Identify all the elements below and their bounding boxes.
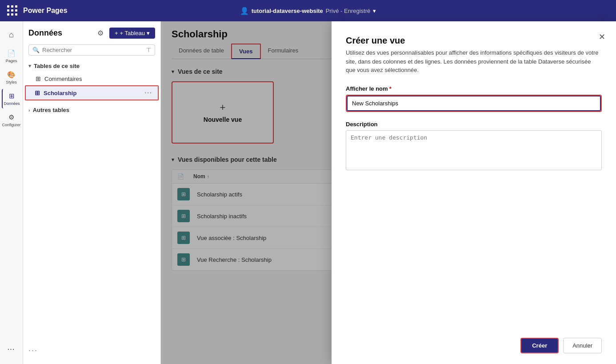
left-panel-title: Données — [28, 28, 62, 38]
annuler-button[interactable]: Annuler — [563, 338, 602, 353]
header-actions: ⚙ + + Tableau ▾ — [94, 27, 155, 39]
left-panel-bottom: ··· — [23, 342, 160, 359]
site-name: tutorial-dataverse-website — [252, 8, 323, 14]
section-tables-site[interactable]: ▾ Tables de ce site — [23, 60, 160, 72]
plus-icon: + — [115, 30, 118, 36]
dropdown-icon[interactable]: ▾ — [373, 8, 376, 14]
modal-overlay: ✕ Créer une vue Utilisez des vues person… — [161, 21, 616, 364]
scholarship-more-button[interactable]: ··· — [144, 89, 152, 96]
description-textarea[interactable] — [346, 130, 602, 170]
nav-item-commentaires[interactable]: ⊞ Commentaires — [23, 72, 160, 85]
required-star: * — [389, 85, 392, 92]
donnees-label: Données — [4, 101, 20, 106]
modal-description: Utilisez des vues personnalisables pour … — [346, 48, 602, 75]
main-content: Scholarship Données de table Vues Formul… — [161, 21, 616, 364]
search-icon: 🔍 — [32, 47, 40, 53]
more-icon: … — [7, 343, 16, 352]
section-autres-tables[interactable]: › Autres tables — [23, 104, 160, 116]
scholarship-table-icon: ⊞ — [35, 89, 40, 96]
display-name-input[interactable] — [347, 96, 601, 111]
icon-sidebar: ⌂ 📄 Pages 🎨 Styles ⊞ Données ⚙ Configure… — [0, 21, 23, 364]
styles-icon: 🎨 — [7, 71, 16, 79]
modal-close-button[interactable]: ✕ — [599, 32, 605, 42]
main-layout: ⌂ 📄 Pages 🎨 Styles ⊞ Données ⚙ Configure… — [0, 21, 616, 364]
creer-button[interactable]: Créer — [520, 338, 559, 353]
configurer-label: Configurer — [2, 123, 20, 127]
left-panel: Données ⚙ + + Tableau ▾ 🔍 ⊤ ▾ Tables de … — [23, 21, 161, 364]
site-status: Privé - Enregistré — [326, 8, 370, 14]
home-icon: ⌂ — [9, 30, 14, 40]
sidebar-item-styles[interactable]: 🎨 Styles — [2, 68, 21, 87]
sidebar-item-pages[interactable]: 📄 Pages — [2, 46, 21, 66]
commentaires-label: Commentaires — [44, 76, 82, 82]
create-view-modal: ✕ Créer une vue Utilisez des vues person… — [332, 21, 616, 364]
add-tableau-button[interactable]: + + Tableau ▾ — [109, 28, 155, 39]
modal-footer: Créer Annuler — [346, 338, 602, 353]
table-icon: ⊞ — [36, 75, 41, 82]
search-bar: 🔍 ⊤ — [28, 44, 155, 56]
modal-field-name: Afficher le nom * — [346, 85, 602, 112]
chevron-down-icon: ▾ — [147, 30, 150, 36]
add-tableau-label: + Tableau — [120, 30, 145, 36]
configurer-icon: ⚙ — [8, 113, 14, 121]
left-panel-header: Données ⚙ + + Tableau ▾ — [23, 27, 160, 44]
field-name-label: Afficher le nom * — [346, 85, 602, 92]
modal-field-description: Description — [346, 121, 602, 172]
panel-more-button[interactable]: ··· — [28, 346, 38, 355]
site-info: 👤 tutorial-dataverse-website Privé - Enr… — [240, 7, 376, 15]
sidebar-item-home[interactable]: ⌂ — [2, 25, 21, 44]
top-bar: Power Pages 👤 tutorial-dataverse-website… — [0, 0, 616, 21]
gear-button[interactable]: ⚙ — [94, 27, 107, 39]
nav-item-scholarship[interactable]: ⊞ Scholarship ··· — [25, 85, 159, 100]
filter-icon[interactable]: ⊤ — [146, 47, 151, 53]
sidebar-more-btn[interactable]: … — [2, 337, 21, 357]
app-title: Power Pages — [23, 7, 68, 15]
donnees-icon: ⊞ — [9, 92, 15, 100]
pages-icon: 📄 — [7, 49, 16, 57]
app-grid-icon[interactable] — [7, 5, 18, 16]
styles-label: Styles — [6, 80, 17, 84]
field-desc-label: Description — [346, 121, 602, 128]
modal-title: Créer une vue — [346, 36, 602, 46]
section-tables-label: Tables de ce site — [34, 63, 80, 69]
pages-label: Pages — [6, 59, 17, 63]
chevron-icon: ▾ — [28, 63, 31, 69]
sidebar-item-donnees[interactable]: ⊞ Données — [2, 89, 21, 108]
scholarship-label: Scholarship — [44, 90, 76, 96]
sidebar-item-configurer[interactable]: ⚙ Configurer — [2, 110, 21, 130]
chevron-right-icon: › — [28, 108, 30, 113]
autres-tables-label: Autres tables — [33, 107, 69, 113]
search-input[interactable] — [42, 47, 144, 53]
